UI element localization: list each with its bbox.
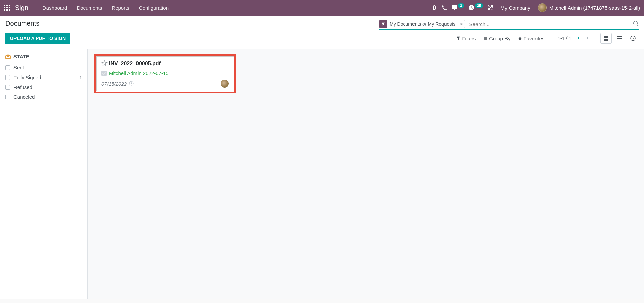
signer-text: Mitchell Admin 2022-07-15 [109, 70, 169, 76]
facet-part-a: My Documents [390, 21, 421, 27]
svg-rect-12 [606, 39, 608, 41]
user-avatar [538, 3, 547, 12]
app-brand[interactable]: Sign [15, 4, 28, 12]
svg-rect-9 [604, 36, 606, 38]
search-facet: My Documents or My Requests × [379, 20, 465, 28]
search-icon[interactable] [633, 21, 639, 27]
filter-count: 1 [79, 75, 82, 80]
inbox-icon [5, 54, 11, 59]
filters-dropdown[interactable]: Filters [456, 36, 476, 41]
svg-rect-6 [4, 9, 5, 11]
user-name-label: Mitchell Admin (17471875-saas-15-2-all) [549, 5, 640, 11]
svg-rect-16 [618, 38, 622, 39]
messages-badge: 3 [458, 3, 464, 8]
svg-rect-7 [6, 9, 8, 11]
filter-refused[interactable]: Refused [5, 82, 82, 92]
facet-or: or [422, 21, 426, 27]
activities-icon[interactable]: 35 [469, 5, 483, 10]
checkbox-icon [5, 85, 10, 90]
control-panel: Documents My Documents or My Requests × [0, 16, 644, 49]
kanban-view-button[interactable] [600, 33, 612, 44]
filter-canceled[interactable]: Canceled [5, 92, 82, 102]
sidebar-heading-label: STATE [13, 54, 29, 59]
responsible-avatar[interactable] [221, 80, 229, 88]
svg-rect-1 [6, 5, 8, 6]
card-date: 07/15/2022 [101, 81, 127, 87]
activity-view-button[interactable] [627, 33, 639, 44]
clock-icon[interactable] [129, 81, 134, 87]
pager-next-icon[interactable] [585, 36, 590, 41]
checkbox-icon [5, 75, 10, 80]
debug-icon[interactable] [432, 5, 437, 10]
pager-text[interactable]: 1-1 / 1 [558, 36, 571, 41]
svg-rect-3 [4, 7, 5, 8]
svg-rect-2 [9, 5, 10, 6]
svg-rect-0 [4, 5, 5, 6]
search-bar[interactable]: My Documents or My Requests × [379, 20, 639, 30]
filter-label: Sent [13, 65, 24, 70]
tools-icon[interactable] [488, 5, 493, 10]
checkbox-icon [5, 95, 10, 99]
apps-icon[interactable] [4, 5, 10, 11]
page-title: Documents [5, 20, 39, 27]
svg-rect-17 [617, 40, 618, 40]
activities-badge: 35 [475, 3, 483, 8]
facet-remove-icon[interactable]: × [458, 21, 465, 27]
state-filter-sidebar: STATE Sent Fully Signed 1 Refused Cancel… [0, 49, 88, 299]
svg-rect-18 [618, 40, 622, 40]
checkbox-icon [5, 65, 10, 70]
checkmark-icon [101, 71, 107, 76]
search-input[interactable] [468, 21, 633, 28]
svg-rect-15 [617, 38, 618, 39]
upload-pdf-button[interactable]: UPLOAD A PDF TO SIGN [5, 33, 70, 44]
filter-icon [379, 20, 387, 28]
filter-label: Canceled [13, 94, 35, 100]
nav-configuration[interactable]: Configuration [134, 5, 174, 11]
svg-rect-5 [9, 7, 10, 8]
main-navbar: Sign Dashboard Documents Reports Configu… [0, 0, 644, 16]
svg-rect-14 [618, 36, 622, 37]
favorites-dropdown[interactable]: Favorites [518, 36, 545, 41]
filter-label: Refused [13, 84, 32, 90]
document-card[interactable]: INV_2022_00005.pdf Mitchell Admin 2022-0… [94, 54, 236, 93]
groupby-dropdown[interactable]: Group By [483, 36, 510, 41]
card-title: INV_2022_00005.pdf [109, 61, 161, 67]
svg-rect-4 [6, 7, 8, 8]
star-icon[interactable] [101, 60, 108, 67]
nav-documents[interactable]: Documents [72, 5, 107, 11]
svg-rect-10 [606, 36, 608, 38]
filter-fully-signed[interactable]: Fully Signed 1 [5, 72, 82, 82]
facet-part-b: My Requests [428, 21, 456, 27]
nav-dashboard[interactable]: Dashboard [38, 5, 72, 11]
filter-sent[interactable]: Sent [5, 63, 82, 72]
svg-rect-11 [604, 39, 606, 41]
groupby-label: Group By [489, 36, 510, 41]
filter-label: Fully Signed [13, 74, 41, 80]
company-switcher[interactable]: My Company [498, 5, 533, 11]
svg-rect-8 [9, 9, 10, 11]
pager-prev-icon[interactable] [576, 36, 581, 41]
phone-icon[interactable] [442, 5, 447, 10]
svg-rect-13 [617, 36, 618, 37]
nav-reports[interactable]: Reports [107, 5, 134, 11]
list-view-button[interactable] [614, 33, 625, 44]
kanban-area: INV_2022_00005.pdf Mitchell Admin 2022-0… [88, 49, 644, 299]
messages-icon[interactable]: 3 [452, 5, 464, 10]
favorites-label: Favorites [524, 36, 545, 41]
facet-text: My Documents or My Requests [387, 21, 458, 27]
user-menu[interactable]: Mitchell Admin (17471875-saas-15-2-all) [538, 3, 640, 12]
filters-label: Filters [462, 36, 476, 41]
sidebar-heading: STATE [5, 54, 82, 59]
